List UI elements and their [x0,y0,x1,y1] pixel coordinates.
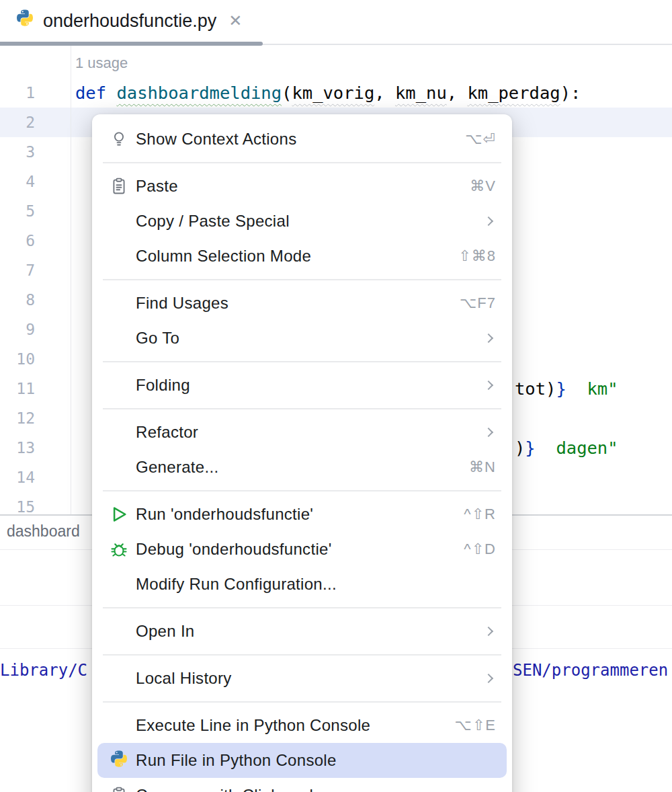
menu-item-label: Run File in Python Console [136,751,496,770]
menu-item-shortcut: ^⇧R [464,506,496,523]
menu-item-execute-line-in-python-console[interactable]: Execute Line in Python Console⌥⇧E [92,708,512,743]
line-number-13: 13 [0,433,35,463]
menu-item-label: Refactor [136,423,485,442]
code-token: ): [560,83,581,103]
menu-separator [92,696,512,708]
menu-item-icon-placeholder [108,374,130,396]
code-token: } [525,438,535,458]
submenu-chevron-icon [484,674,493,683]
menu-item-shortcut: ^⇧D [464,541,496,558]
code-token: ) [515,438,525,458]
menu-item-label: Show Context Actions [136,130,465,149]
menu-item-open-in[interactable]: Open In [92,614,512,649]
usage-hint[interactable]: 1 usage [75,51,128,75]
code-token: km_perdag [467,83,560,103]
menu-separator [92,157,512,169]
code-token: def [75,83,116,103]
code-token: tot) [515,379,556,399]
lightbulb-icon [108,128,130,150]
menu-item-icon-placeholder [108,621,130,642]
code-token: , [374,83,395,103]
line-number-8: 8 [0,285,35,315]
code-token: } [556,379,566,399]
menu-separator [92,485,512,497]
code-token: , [447,83,468,103]
line-number-14: 14 [0,463,35,492]
menu-item-icon-placeholder [108,715,130,736]
run-icon [108,504,130,525]
menu-item-label: Paste [136,177,470,196]
menu-item-icon-placeholder [108,292,130,314]
tab-onderhoudsfunctie[interactable]: onderhoudsfunctie.py ✕ [0,0,242,42]
tab-title: onderhoudsfunctie.py [43,11,216,32]
menu-item-label: Find Usages [136,294,460,313]
code-token: km_vorig [292,83,374,103]
menu-item-shortcut: ⌘V [470,177,496,195]
code-token: km" [587,379,618,399]
menu-item-modify-run-configuration[interactable]: Modify Run Configuration... [92,567,512,602]
python-file-icon [15,9,35,32]
menu-item-label: Debug 'onderhoudsfunctie' [136,540,464,559]
menu-item-shortcut: ⌘N [469,459,496,476]
menu-separator [92,356,512,368]
menu-item-icon-placeholder [108,573,130,595]
gutter-separator [71,46,71,514]
debug-icon [108,539,130,560]
menu-item-local-history[interactable]: Local History [92,661,512,696]
submenu-chevron-icon [484,381,493,390]
line-number-9: 9 [0,315,35,344]
line-number-3: 3 [0,137,35,167]
menu-item-label: Open In [136,622,485,641]
menu-item-label: Go To [136,329,485,348]
menu-item-shortcut: ⌥⇧E [455,717,496,734]
line-number-2: 2 [0,108,35,137]
editor-tab-bar: onderhoudsfunctie.py ✕ [0,0,672,42]
tab-close-icon[interactable]: ✕ [228,11,242,30]
code-token: km_nu [395,83,447,103]
menu-item-column-selection-mode[interactable]: Column Selection Mode⇧⌘8 [92,239,512,274]
menu-item-go-to[interactable]: Go To [92,321,512,356]
menu-item-debug-onderhoudsfunctie[interactable]: Debug 'onderhoudsfunctie'^⇧D [92,532,512,567]
menu-item-show-context-actions[interactable]: Show Context Actions⌥⏎ [92,122,512,157]
code-line-11-fragment: tot)} km" [515,374,618,403]
line-number-10: 10 [0,344,35,374]
menu-item-label: Compare with Clipboard [136,786,496,792]
menu-item-label: Copy / Paste Special [136,212,485,231]
menu-item-find-usages[interactable]: Find Usages⌥F7 [92,286,512,321]
paste-icon [108,175,130,197]
menu-item-icon-placeholder [108,422,130,443]
line-number-12: 12 [0,403,35,433]
menu-item-run-file-in-python-console[interactable]: Run File in Python Console [97,743,507,778]
code-line-1: def dashboardmelding(km_vorig, km_nu, km… [75,78,581,108]
menu-separator [92,274,512,286]
menu-item-icon-placeholder [108,327,130,349]
menu-item-icon-placeholder [108,245,130,267]
menu-item-paste[interactable]: Paste⌘V [92,169,512,204]
menu-item-copy-paste-special[interactable]: Copy / Paste Special [92,204,512,239]
submenu-chevron-icon [484,627,493,636]
code-token: ( [282,83,292,103]
code-token: dagen" [556,438,618,458]
menu-item-label: Generate... [136,458,469,477]
menu-item-refactor[interactable]: Refactor [92,415,512,450]
menu-item-label: Execute Line in Python Console [136,716,455,735]
editor-context-menu: Show Context Actions⌥⏎Paste⌘VCopy / Past… [92,114,512,792]
submenu-chevron-icon [484,333,493,343]
menu-item-shortcut: ⌥F7 [460,294,496,312]
menu-item-generate[interactable]: Generate...⌘N [92,450,512,485]
line-number-11: 11 [0,374,35,403]
menu-item-icon-placeholder [108,457,130,478]
code-token [566,379,587,399]
menu-item-label: Local History [136,669,485,688]
menu-item-folding[interactable]: Folding [92,368,512,403]
menu-item-compare-with-clipboard[interactable]: Compare with Clipboard [92,778,512,792]
menu-item-label: Run 'onderhoudsfunctie' [136,505,464,524]
line-number-6: 6 [0,226,35,255]
menu-separator [92,649,512,661]
submenu-chevron-icon [484,216,493,226]
code-line-13-fragment: )} dagen" [515,433,618,463]
menu-item-run-onderhoudsfunctie[interactable]: Run 'onderhoudsfunctie'^⇧R [92,497,512,532]
tool-window-tab-label[interactable]: dashboard [7,522,80,541]
menu-item-label: Column Selection Mode [136,247,458,266]
line-number-7: 7 [0,255,35,285]
